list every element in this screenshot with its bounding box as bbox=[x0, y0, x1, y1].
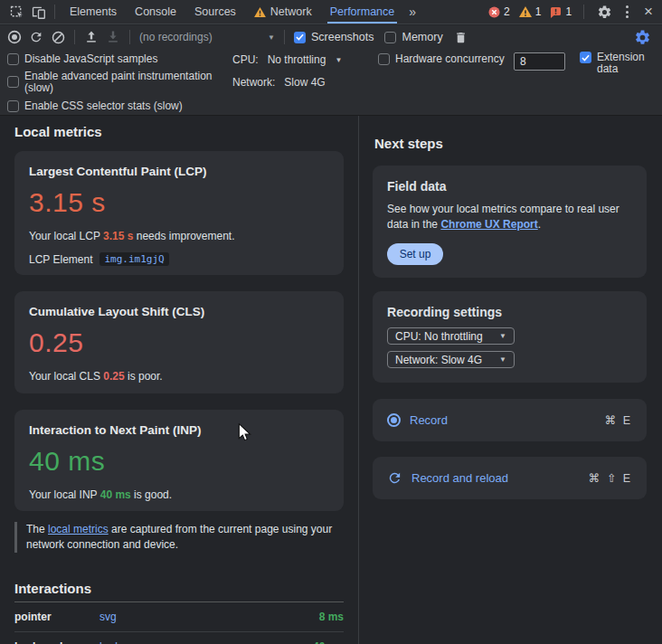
cpu-throttling-select[interactable]: CPU: No throttling ▼ bbox=[232, 53, 342, 66]
console-warnings-badge[interactable]: 1 bbox=[516, 5, 544, 18]
divider bbox=[54, 5, 55, 19]
load-profile-icon[interactable] bbox=[80, 26, 102, 48]
record-shortcut: ⌘ E bbox=[605, 413, 632, 427]
screenshots-checkbox[interactable]: Screenshots bbox=[294, 31, 374, 43]
mouse-cursor bbox=[237, 423, 253, 441]
checkbox-unchecked-icon bbox=[7, 100, 19, 112]
cls-description: Your local CLS 0.25 is poor. bbox=[29, 370, 329, 383]
lcp-element-link[interactable]: img.im1gjQ bbox=[99, 252, 168, 266]
disable-js-samples-checkbox[interactable]: Disable JavaScript samples bbox=[7, 52, 157, 65]
chevron-down-icon: ▼ bbox=[335, 56, 342, 64]
cpu-throttling-select-secondary[interactable]: CPU: No throttling ▼ bbox=[387, 327, 515, 345]
network-throttling-select-secondary[interactable]: Network: Slow 4G ▼ bbox=[387, 351, 515, 368]
inp-card-title: Interaction to Next Paint (INP) bbox=[29, 423, 329, 437]
chevron-down-icon: ▼ bbox=[499, 355, 506, 364]
hardware-concurrency-input[interactable] bbox=[514, 52, 565, 71]
save-profile-icon bbox=[102, 26, 124, 48]
checkbox-checked-icon bbox=[580, 52, 591, 63]
set-up-button[interactable]: Set up bbox=[387, 243, 443, 265]
divider bbox=[74, 30, 75, 44]
chevron-down-icon: ▼ bbox=[499, 332, 506, 340]
lcp-element-label: LCP Element bbox=[29, 253, 92, 266]
issues-badge[interactable]: 1 bbox=[547, 5, 574, 18]
cls-card-title: Cumulative Layout Shift (CLS) bbox=[29, 305, 329, 318]
divider bbox=[583, 5, 584, 19]
tab-network[interactable]: Network bbox=[245, 0, 321, 24]
field-data-text: See how your local metrics compare to re… bbox=[387, 202, 632, 232]
table-row[interactable]: pointer svg 8 ms bbox=[14, 602, 344, 632]
device-toolbar-icon[interactable] bbox=[27, 1, 49, 23]
interaction-target-link[interactable]: svg bbox=[99, 611, 319, 623]
interaction-type: pointer bbox=[14, 611, 99, 623]
interaction-duration: 40 ms bbox=[313, 640, 344, 644]
tab-performance[interactable]: Performance bbox=[321, 0, 404, 24]
devtools-performance-panel: Elements Console Sources Network Perform… bbox=[0, 0, 662, 644]
tab-elements[interactable]: Elements bbox=[61, 0, 126, 24]
css-selector-stats-checkbox[interactable]: Enable CSS selector stats (slow) bbox=[7, 99, 183, 112]
divider bbox=[284, 30, 285, 44]
warning-icon bbox=[519, 6, 532, 17]
console-errors-badge[interactable]: 2 bbox=[486, 5, 513, 18]
issue-icon bbox=[550, 6, 562, 18]
hardware-concurrency-checkbox[interactable]: Hardware concurrency bbox=[378, 52, 505, 65]
checkbox-unchecked-icon bbox=[7, 76, 19, 88]
chrome-ux-report-link[interactable]: Chrome UX Report bbox=[440, 218, 537, 231]
clear-icon[interactable] bbox=[47, 26, 69, 48]
interactions-title: Interactions bbox=[14, 581, 91, 596]
local-metrics-pane: Local metrics Largest Contentful Paint (… bbox=[0, 116, 359, 644]
error-icon bbox=[488, 6, 500, 18]
cls-metric-card: Cumulative Layout Shift (CLS) 0.25 Your … bbox=[14, 291, 344, 393]
record-icon[interactable] bbox=[4, 26, 25, 48]
close-devtools-icon[interactable]: × bbox=[638, 4, 662, 21]
lcp-metric-card: Largest Contentful Paint (LCP) 3.15 s Yo… bbox=[14, 151, 344, 275]
checkbox-unchecked-icon bbox=[384, 32, 396, 43]
inp-description: Your local INP 40 ms is good. bbox=[29, 488, 329, 501]
record-button[interactable]: Record ⌘ E bbox=[373, 399, 647, 441]
interactions-table: pointer svg 8 ms keyboard body 40 ms bbox=[14, 601, 344, 644]
collect-garbage-icon[interactable] bbox=[450, 26, 472, 48]
more-tabs-button[interactable]: » bbox=[403, 5, 421, 19]
tab-console[interactable]: Console bbox=[126, 0, 185, 24]
table-row[interactable]: keyboard body 40 ms bbox=[14, 632, 344, 644]
local-metrics-title: Local metrics bbox=[14, 124, 102, 139]
settings-gear-icon[interactable] bbox=[593, 1, 615, 23]
local-metrics-link[interactable]: local metrics bbox=[48, 523, 109, 535]
record-and-reload-shortcut: ⌘ ⇧ E bbox=[589, 471, 632, 485]
chevron-down-icon: ▼ bbox=[268, 33, 275, 42]
interaction-type: keyboard bbox=[14, 640, 99, 644]
checkbox-checked-icon bbox=[294, 32, 306, 43]
record-and-reload-icon[interactable] bbox=[25, 26, 47, 48]
next-steps-title: Next steps bbox=[374, 136, 443, 151]
checkbox-unchecked-icon bbox=[7, 53, 19, 65]
advanced-paint-checkbox[interactable]: Enable advanced paint instrumentation (s… bbox=[7, 71, 232, 94]
next-steps-pane: Next steps Field data See how your local… bbox=[360, 116, 662, 644]
field-data-card: Field data See how your local metrics co… bbox=[373, 166, 647, 278]
interaction-duration: 8 ms bbox=[319, 611, 344, 623]
local-metrics-note: The local metrics are captured from the … bbox=[14, 522, 340, 553]
recordings-dropdown[interactable]: (no recordings) ▼ bbox=[136, 31, 279, 43]
more-options-kebab-icon[interactable] bbox=[619, 1, 635, 23]
inspect-element-icon[interactable] bbox=[5, 1, 27, 23]
reload-icon bbox=[387, 470, 402, 486]
record-icon bbox=[387, 413, 401, 427]
tab-sources[interactable]: Sources bbox=[185, 0, 245, 24]
devtools-tabbar: Elements Console Sources Network Perform… bbox=[0, 0, 662, 24]
extension-data-checkbox[interactable]: Extension data bbox=[580, 52, 654, 75]
capture-settings-gear-icon[interactable] bbox=[631, 26, 653, 48]
capture-settings-pane: Disable JavaScript samples Enable advanc… bbox=[0, 49, 662, 116]
inp-value: 40 ms bbox=[29, 446, 329, 477]
network-warning-icon bbox=[254, 7, 266, 17]
field-data-title: Field data bbox=[387, 179, 632, 194]
lcp-card-title: Largest Contentful Paint (LCP) bbox=[29, 165, 329, 178]
network-throttling-select[interactable]: Network: Slow 4G bbox=[232, 76, 326, 89]
inp-metric-card: Interaction to Next Paint (INP) 40 ms Yo… bbox=[14, 410, 344, 511]
issue-count: 1 bbox=[565, 5, 572, 18]
recording-settings-card: Recording settings CPU: No throttling ▼ … bbox=[373, 291, 647, 383]
record-and-reload-button[interactable]: Record and reload ⌘ ⇧ E bbox=[373, 457, 647, 499]
lcp-value: 3.15 s bbox=[29, 187, 329, 218]
performance-toolbar: (no recordings) ▼ Screenshots Memory bbox=[0, 25, 662, 49]
recording-settings-title: Recording settings bbox=[387, 305, 632, 319]
interaction-target-link[interactable]: body bbox=[99, 640, 313, 644]
divider bbox=[129, 30, 130, 44]
memory-checkbox[interactable]: Memory bbox=[384, 31, 442, 43]
